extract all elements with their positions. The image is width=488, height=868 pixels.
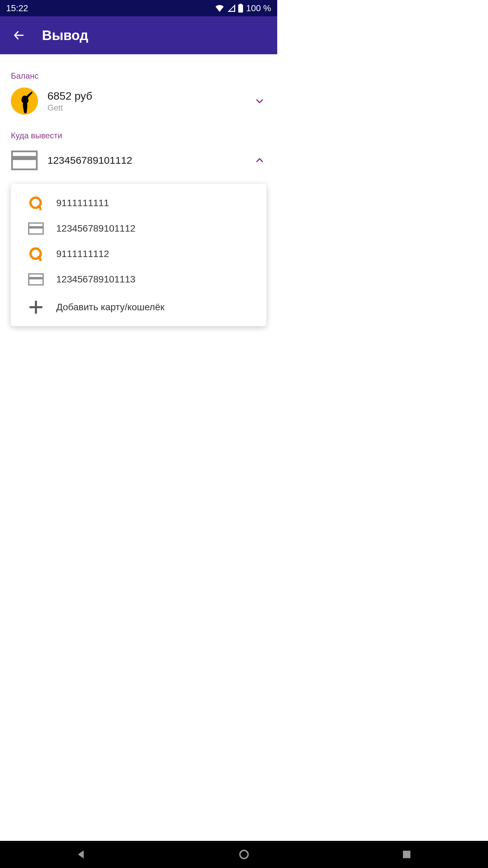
chevron-down-icon xyxy=(255,96,264,106)
arrow-left-icon xyxy=(13,29,25,41)
status-bar: 15:22 100 % xyxy=(0,0,277,16)
destination-collapse[interactable] xyxy=(253,156,266,165)
destination-selector[interactable]: 123456789101112 xyxy=(11,146,266,174)
card-icon xyxy=(25,273,47,285)
dropdown-item-qiwi[interactable]: 9111111111 xyxy=(11,190,266,216)
provider-avatar xyxy=(11,87,38,115)
destination-label: Куда вывести xyxy=(11,131,266,140)
dropdown-item-label: 9111111112 xyxy=(56,249,257,259)
plus-icon xyxy=(25,300,47,314)
dropdown-item-card[interactable]: 123456789101113 xyxy=(11,267,266,292)
status-time: 15:22 xyxy=(6,3,28,14)
dropdown-add-label: Добавить карту/кошелёк xyxy=(56,302,257,313)
status-battery-text: 100 % xyxy=(246,3,271,14)
destination-value: 123456789101112 xyxy=(47,155,253,166)
credit-card-icon xyxy=(11,151,38,170)
balance-expand[interactable] xyxy=(253,96,266,106)
dropdown-item-label: 123456789101113 xyxy=(56,274,257,285)
destination-dropdown: 9111111111 123456789101112 9111111112 12… xyxy=(11,184,266,326)
balance-selector[interactable]: 6852 руб Gett xyxy=(11,87,266,124)
svg-rect-5 xyxy=(12,151,37,170)
dropdown-item-qiwi[interactable]: 9111111112 xyxy=(11,241,266,267)
wifi-icon xyxy=(215,4,224,12)
dropdown-add-item[interactable]: Добавить карту/кошелёк xyxy=(11,292,266,320)
svg-rect-6 xyxy=(13,156,36,160)
chevron-up-icon xyxy=(255,156,264,165)
battery-icon xyxy=(238,4,243,13)
balance-source: Gett xyxy=(47,103,253,113)
app-bar: Вывод xyxy=(0,16,277,54)
svg-rect-2 xyxy=(238,4,243,13)
qiwi-icon xyxy=(25,247,47,261)
balance-label: Баланс xyxy=(11,71,266,81)
dropdown-item-label: 9111111111 xyxy=(56,198,257,209)
svg-rect-9 xyxy=(29,226,43,229)
card-icon xyxy=(25,222,47,235)
dropdown-item-card[interactable]: 123456789101112 xyxy=(11,216,266,241)
card-icon xyxy=(11,151,38,170)
person-silhouette-icon xyxy=(11,87,38,115)
qiwi-icon xyxy=(25,196,47,210)
balance-amount: 6852 руб xyxy=(47,90,253,102)
svg-rect-3 xyxy=(240,4,242,5)
svg-rect-12 xyxy=(29,277,43,279)
balance-text: 6852 руб Gett xyxy=(47,90,253,113)
content: Баланс 6852 руб Gett Куда вывести 123456… xyxy=(0,54,277,326)
cell-signal-icon xyxy=(227,4,235,12)
page-title: Вывод xyxy=(42,28,88,43)
status-right: 100 % xyxy=(215,3,271,14)
dropdown-item-label: 123456789101112 xyxy=(56,223,257,234)
back-button[interactable] xyxy=(12,28,26,42)
